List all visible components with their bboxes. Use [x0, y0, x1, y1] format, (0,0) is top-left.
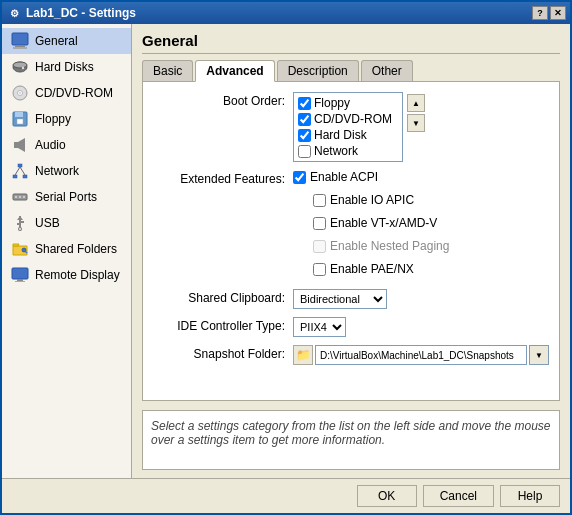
boot-item-network: Network — [296, 143, 400, 159]
boot-label-network: Network — [314, 144, 358, 158]
bottom-bar: OK Cancel Help — [2, 478, 570, 513]
feature-vt-checkbox[interactable] — [313, 217, 326, 230]
settings-window: ⚙ Lab1_DC - Settings ? ✕ General Hard — [0, 0, 572, 515]
svg-point-21 — [19, 196, 21, 198]
svg-rect-16 — [23, 175, 27, 178]
sidebar-label-audio: Audio — [35, 138, 66, 152]
info-text: Select a settings category from the list… — [151, 419, 551, 447]
boot-item-cdrom: CD/DVD-ROM — [296, 111, 400, 127]
title-bar-left: ⚙ Lab1_DC - Settings — [6, 5, 136, 21]
sidebar-item-shared-folders[interactable]: Shared Folders — [2, 236, 131, 262]
feature-vt-label: Enable VT-x/AMD-V — [330, 216, 437, 230]
sidebar-item-network[interactable]: Network — [2, 158, 131, 184]
cancel-button[interactable]: Cancel — [423, 485, 494, 507]
boot-down-button[interactable]: ▼ — [407, 114, 425, 132]
sidebar-item-usb[interactable]: USB — [2, 210, 131, 236]
serial-ports-icon — [10, 187, 30, 207]
hard-disks-icon — [10, 57, 30, 77]
sidebar-label-hard-disks: Hard Disks — [35, 60, 94, 74]
feature-vt-row: Enable VT-x/AMD-V — [293, 216, 449, 230]
feature-pae-row: Enable PAE/NX — [293, 262, 449, 276]
tab-basic[interactable]: Basic — [142, 60, 193, 82]
ide-controller-row: IDE Controller Type: PIIX3 PIIX4 ICH6 — [153, 317, 549, 337]
page-title: General — [142, 32, 560, 54]
window-icon: ⚙ — [6, 5, 22, 21]
sidebar-label-serial-ports: Serial Ports — [35, 190, 97, 204]
feature-nested-paging-checkbox[interactable] — [313, 240, 326, 253]
boot-order-list: Floppy CD/DVD-ROM Hard Disk — [293, 92, 403, 162]
extended-features-label: Extended Features: — [153, 170, 293, 186]
feature-nested-paging-row: Enable Nested Paging — [293, 239, 449, 253]
svg-point-4 — [13, 62, 27, 68]
svg-rect-30 — [12, 268, 28, 279]
svg-point-27 — [19, 228, 22, 231]
ok-button[interactable]: OK — [357, 485, 417, 507]
sidebar-item-audio[interactable]: Audio — [2, 132, 131, 158]
sidebar-item-cd-dvd-rom[interactable]: CD/DVD-ROM — [2, 80, 131, 106]
boot-check-harddisk[interactable] — [298, 129, 311, 142]
window-body: General Hard Disks CD/DVD-ROM — [2, 24, 570, 478]
svg-rect-25 — [17, 223, 20, 225]
svg-point-5 — [22, 67, 24, 69]
feature-pae-label: Enable PAE/NX — [330, 262, 414, 276]
sidebar-item-serial-ports[interactable]: Serial Ports — [2, 184, 131, 210]
feature-io-apic-checkbox[interactable] — [313, 194, 326, 207]
sidebar-label-cd-dvd-rom: CD/DVD-ROM — [35, 86, 113, 100]
feature-io-apic-label: Enable IO APIC — [330, 193, 414, 207]
snapshot-folder-dropdown[interactable]: ▼ — [529, 345, 549, 365]
help-button[interactable]: Help — [500, 485, 560, 507]
svg-point-22 — [23, 196, 25, 198]
ide-controller-select[interactable]: PIIX3 PIIX4 ICH6 — [293, 317, 346, 337]
snapshot-folder-path: D:\VirtualBox\Machine\Lab1_DC\Snapshots — [315, 345, 527, 365]
sidebar-item-general[interactable]: General — [2, 28, 131, 54]
usb-icon — [10, 213, 30, 233]
main-content: General Basic Advanced Description Other… — [132, 24, 570, 478]
svg-point-28 — [22, 248, 26, 252]
svg-rect-0 — [12, 33, 28, 45]
svg-rect-2 — [13, 47, 27, 49]
boot-label-harddisk: Hard Disk — [314, 128, 367, 142]
snapshot-folder-icon: 📁 — [293, 345, 313, 365]
svg-rect-12 — [14, 142, 18, 148]
svg-rect-26 — [21, 221, 24, 223]
title-controls: ? ✕ — [532, 6, 566, 20]
boot-item-harddisk: Hard Disk — [296, 127, 400, 143]
help-title-button[interactable]: ? — [532, 6, 548, 20]
feature-pae-checkbox[interactable] — [313, 263, 326, 276]
sidebar-item-remote-display[interactable]: Remote Display — [2, 262, 131, 288]
feature-acpi-checkbox[interactable] — [293, 171, 306, 184]
general-icon — [10, 31, 30, 51]
tab-description[interactable]: Description — [277, 60, 359, 82]
boot-check-network[interactable] — [298, 145, 311, 158]
svg-rect-10 — [15, 112, 23, 117]
shared-clipboard-label: Shared Clipboard: — [153, 289, 293, 305]
svg-rect-14 — [18, 164, 22, 167]
snapshot-path-text: D:\VirtualBox\Machine\Lab1_DC\Snapshots — [320, 350, 514, 361]
boot-order-row: Boot Order: Floppy CD/DVD-ROM — [153, 92, 549, 162]
boot-up-button[interactable]: ▲ — [407, 94, 425, 112]
close-title-button[interactable]: ✕ — [550, 6, 566, 20]
tab-advanced[interactable]: Advanced — [195, 60, 274, 82]
feature-acpi-label: Enable ACPI — [310, 170, 378, 184]
sidebar-item-hard-disks[interactable]: Hard Disks — [2, 54, 131, 80]
boot-arrows: ▲ ▼ — [407, 92, 425, 162]
extended-features-col: Enable ACPI Enable IO APIC Enable VT-x/A… — [293, 170, 449, 281]
sidebar-item-floppy[interactable]: Floppy — [2, 106, 131, 132]
shared-clipboard-select[interactable]: Disabled Host to Guest Guest to Host Bid… — [293, 289, 387, 309]
window-title: Lab1_DC - Settings — [26, 6, 136, 20]
info-box: Select a settings category from the list… — [142, 410, 560, 470]
svg-rect-32 — [15, 281, 25, 282]
svg-point-8 — [19, 92, 21, 94]
sidebar-label-usb: USB — [35, 216, 60, 230]
shared-folders-icon — [10, 239, 30, 259]
boot-check-floppy[interactable] — [298, 97, 311, 110]
feature-acpi-row: Enable ACPI — [293, 170, 449, 184]
boot-check-cdrom[interactable] — [298, 113, 311, 126]
tab-other[interactable]: Other — [361, 60, 413, 82]
svg-point-20 — [15, 196, 17, 198]
audio-icon — [10, 135, 30, 155]
svg-rect-11 — [17, 119, 23, 124]
svg-rect-15 — [13, 175, 17, 178]
title-bar: ⚙ Lab1_DC - Settings ? ✕ — [2, 2, 570, 24]
shared-clipboard-row: Shared Clipboard: Disabled Host to Guest… — [153, 289, 549, 309]
